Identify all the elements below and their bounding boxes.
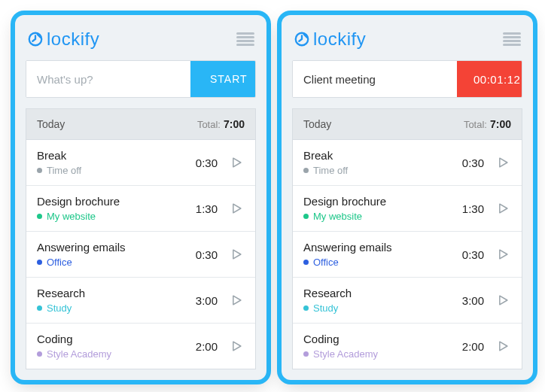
entry-title: Research — [303, 287, 457, 299]
time-entry: Answering emailsOffice0:30 — [26, 232, 255, 278]
entry-title: Design brochure — [303, 195, 457, 208]
project-name: Office — [313, 257, 339, 268]
time-entry: BreakTime off0:30 — [293, 140, 522, 186]
list-header-label: Today — [37, 118, 65, 130]
entry-duration: 0:30 — [190, 248, 218, 261]
entry-title: Design brochure — [37, 195, 190, 208]
entry-project: Style Academy — [303, 348, 457, 360]
entry-title: Break — [37, 149, 190, 162]
project-name: Office — [47, 257, 72, 268]
project-name: Time off — [47, 165, 81, 176]
entry-duration: 0:30 — [457, 156, 484, 169]
project-name: Study — [313, 302, 338, 314]
play-icon[interactable] — [228, 338, 245, 354]
entry-project: Time off — [303, 165, 457, 176]
menu-icon[interactable] — [503, 32, 521, 46]
entry-info: BreakTime off — [303, 149, 457, 176]
entry-info: BreakTime off — [37, 149, 190, 176]
project-color-dot — [37, 305, 42, 311]
project-name: Style Academy — [313, 348, 378, 360]
entries-list: Today Total:7:00 BreakTime off0:30Design… — [26, 108, 256, 369]
entry-title: Break — [303, 149, 457, 162]
entry-project: Style Academy — [37, 348, 190, 360]
play-icon[interactable] — [228, 292, 245, 308]
time-entry: CodingStyle Academy2:00 — [293, 324, 522, 369]
entry-title: Coding — [303, 333, 457, 345]
project-name: Study — [47, 302, 72, 314]
list-header: Today Total:7:00 — [26, 109, 255, 140]
entry-duration: 3:00 — [190, 294, 218, 307]
list-header-label: Today — [303, 118, 331, 130]
app-logo: lockify — [27, 29, 99, 50]
play-icon[interactable] — [495, 338, 511, 354]
time-entry: CodingStyle Academy2:00 — [26, 324, 255, 369]
project-name: Time off — [313, 165, 348, 176]
entry-info: ResearchStudy — [37, 287, 190, 314]
stop-timer-button[interactable]: 00:01:12 — [457, 61, 522, 97]
play-icon[interactable] — [495, 154, 511, 171]
project-name: My website — [313, 211, 362, 222]
play-icon[interactable] — [495, 246, 511, 263]
entry-project: Time off — [37, 165, 190, 176]
app-logo: lockify — [294, 29, 366, 50]
task-input[interactable] — [293, 61, 457, 97]
list-total: Total:7:00 — [464, 118, 511, 130]
time-entry: BreakTime off0:30 — [26, 140, 255, 186]
entry-project: My website — [37, 211, 190, 222]
time-entry: ResearchStudy3:00 — [26, 278, 255, 324]
entry-info: CodingStyle Academy — [303, 333, 457, 360]
project-color-dot — [37, 168, 42, 173]
entry-duration: 3:00 — [457, 294, 484, 307]
project-color-dot — [303, 351, 309, 357]
entry-info: CodingStyle Academy — [37, 333, 190, 360]
entry-duration: 0:30 — [457, 248, 484, 261]
project-color-dot — [37, 214, 42, 219]
entry-duration: 1:30 — [190, 202, 218, 215]
time-entry: Design brochureMy website1:30 — [26, 186, 255, 232]
entry-duration: 2:00 — [190, 340, 218, 353]
panel-running: lockify 00:01:12 Today Total:7:00 BreakT… — [282, 15, 533, 380]
play-icon[interactable] — [228, 200, 245, 217]
panel-header: lockify — [292, 26, 522, 60]
entry-info: Answering emailsOffice — [37, 241, 190, 268]
entry-duration: 1:30 — [457, 202, 484, 215]
project-color-dot — [303, 305, 309, 311]
entry-info: Answering emailsOffice — [303, 241, 457, 268]
timer-input-row: START — [26, 60, 256, 98]
play-icon[interactable] — [495, 292, 511, 308]
panel-header: lockify — [26, 26, 256, 60]
entry-duration: 2:00 — [457, 340, 484, 353]
play-icon[interactable] — [228, 154, 245, 171]
project-name: Style Academy — [47, 348, 111, 360]
project-color-dot — [303, 260, 309, 265]
entry-project: Office — [303, 257, 457, 268]
time-entry: ResearchStudy3:00 — [293, 278, 522, 324]
project-color-dot — [303, 214, 309, 219]
entry-project: Study — [303, 302, 457, 314]
entry-duration: 0:30 — [190, 156, 218, 169]
entry-project: My website — [303, 211, 457, 222]
time-entry: Answering emailsOffice0:30 — [293, 232, 522, 278]
list-header: Today Total:7:00 — [293, 109, 522, 140]
task-input[interactable] — [26, 61, 190, 97]
app-name: lockify — [47, 29, 99, 50]
app-name: lockify — [313, 29, 366, 50]
menu-icon[interactable] — [236, 32, 254, 46]
project-color-dot — [37, 260, 42, 265]
timer-input-row: 00:01:12 — [292, 60, 522, 98]
panel-idle: lockify START Today Total:7:00 BreakTime… — [15, 15, 266, 380]
entry-info: ResearchStudy — [303, 287, 457, 314]
entry-info: Design brochureMy website — [303, 195, 457, 222]
entry-project: Study — [37, 302, 190, 314]
start-button[interactable]: START — [190, 61, 256, 97]
clockify-icon — [27, 31, 44, 47]
project-color-dot — [303, 168, 309, 173]
entries-list: Today Total:7:00 BreakTime off0:30Design… — [292, 108, 522, 369]
entry-title: Coding — [37, 333, 190, 345]
play-icon[interactable] — [228, 246, 245, 263]
entry-project: Office — [37, 257, 190, 268]
entry-title: Answering emails — [37, 241, 190, 254]
entry-title: Answering emails — [303, 241, 457, 254]
play-icon[interactable] — [495, 200, 511, 217]
list-total: Total:7:00 — [197, 118, 245, 130]
